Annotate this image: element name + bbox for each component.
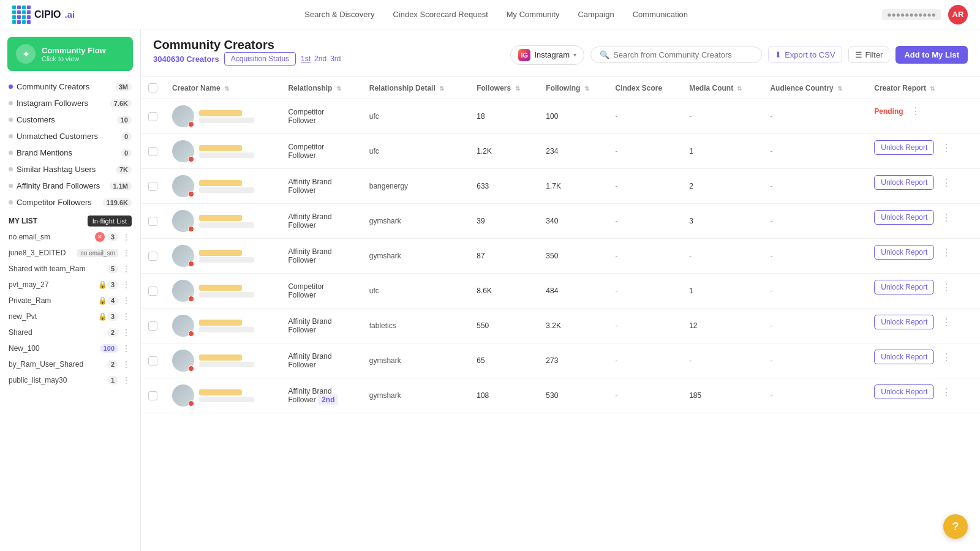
- row-checkbox[interactable]: [148, 321, 157, 331]
- unlock-report-button[interactable]: Unlock Report: [874, 315, 934, 329]
- unlock-report-button[interactable]: Unlock Report: [874, 140, 934, 155]
- sidebar-item-competitor-followers[interactable]: Competitor Followers 119.6K: [0, 194, 140, 211]
- list-item[interactable]: public_list_may30 1 ⋮: [0, 372, 140, 388]
- platform-label: Instagram: [534, 50, 570, 59]
- list-item[interactable]: no email_sm ✕ 3 ⋮: [0, 229, 140, 245]
- sidebar-item-customers[interactable]: Customers 10: [0, 111, 140, 128]
- row-checkbox[interactable]: [148, 217, 157, 226]
- list-item[interactable]: by_Ram_User_Shared 2 ⋮: [0, 356, 140, 372]
- sort-icon[interactable]: ⇅: [584, 85, 589, 92]
- avatar[interactable]: AR: [948, 5, 968, 24]
- list-item[interactable]: Private_Ram 🔒 4 ⋮: [0, 293, 140, 309]
- list-item-menu[interactable]: ⋮: [121, 232, 132, 242]
- table-row: CompetitorFollowerufc8.6K484-1- Unlock R…: [141, 274, 980, 309]
- sidebar-item-brand-mentions[interactable]: Brand Mentions 0: [0, 144, 140, 161]
- help-button[interactable]: ?: [943, 514, 968, 539]
- acquisition-status-button[interactable]: Acquisition Status: [224, 52, 296, 66]
- x-badge[interactable]: ✕: [95, 232, 105, 242]
- export-csv-button[interactable]: ⬇ Export to CSV: [768, 47, 842, 63]
- sidebar-item-hashtag-users[interactable]: Similar Hashtag Users 7K: [0, 161, 140, 178]
- row-menu[interactable]: ⋮: [939, 317, 954, 328]
- list-item[interactable]: pvt_may_27 🔒 3 ⋮: [0, 277, 140, 293]
- list-item-menu[interactable]: ⋮: [121, 312, 132, 321]
- unlock-report-button[interactable]: Unlock Report: [874, 175, 934, 190]
- list-item[interactable]: Shared 2 ⋮: [0, 324, 140, 340]
- sort-icon[interactable]: ⇅: [930, 85, 935, 92]
- creator-handle-blurred: [199, 292, 254, 298]
- list-item[interactable]: new_Pvt 🔒 3 ⋮: [0, 309, 140, 324]
- table-row: Affinity BrandFollower 2ndgymshark108530…: [141, 378, 980, 413]
- search-input[interactable]: [613, 50, 753, 59]
- list-item[interactable]: New_100 100 ⋮: [0, 340, 140, 356]
- sort-icon[interactable]: ⇅: [737, 85, 742, 92]
- sidebar-item-instagram-followers[interactable]: Instagram Followers 7.6K: [0, 95, 140, 111]
- row-checkbox[interactable]: [148, 112, 157, 121]
- unlock-report-button[interactable]: Unlock Report: [874, 280, 934, 294]
- row-checkbox[interactable]: [148, 252, 157, 261]
- sidebar-item-unmatched-customers[interactable]: Unmatched Customers 0: [0, 128, 140, 144]
- degree-2nd[interactable]: 2nd: [314, 54, 326, 63]
- sidebar-label: Similar Hashtag Users: [17, 165, 96, 174]
- degree-3rd[interactable]: 3rd: [330, 54, 341, 63]
- list-item-menu[interactable]: ⋮: [121, 296, 132, 305]
- nav-communication[interactable]: Communication: [633, 10, 688, 19]
- row-menu[interactable]: ⋮: [939, 142, 954, 154]
- row-menu[interactable]: ⋮: [908, 105, 923, 117]
- community-flow-card[interactable]: ✦ Community Flow Click to view: [7, 37, 133, 71]
- add-to-list-button[interactable]: Add to My List: [895, 46, 968, 64]
- sidebar: ✦ Community Flow Click to view Community…: [0, 29, 141, 551]
- list-item-menu[interactable]: ⋮: [121, 375, 132, 385]
- select-all-checkbox[interactable]: [148, 83, 157, 92]
- creator-info: [199, 389, 254, 402]
- unlock-report-button[interactable]: Unlock Report: [874, 210, 934, 225]
- detail-cell: ufc: [362, 274, 469, 309]
- sidebar-item-affinity-followers[interactable]: Affinity Brand Followers 1.1M: [0, 178, 140, 194]
- sort-icon[interactable]: ⇅: [336, 85, 341, 92]
- nav-campaign[interactable]: Campaign: [578, 10, 614, 19]
- list-item-menu[interactable]: ⋮: [121, 328, 132, 337]
- list-item-menu[interactable]: ⋮: [121, 343, 132, 353]
- unlock-report-button[interactable]: Unlock Report: [874, 245, 934, 260]
- nav-cindex[interactable]: Cindex Scorecard Request: [393, 10, 488, 19]
- row-menu[interactable]: ⋮: [939, 386, 954, 398]
- avatar-wrap: [172, 140, 194, 162]
- list-item-menu[interactable]: ⋮: [121, 248, 132, 258]
- unlock-report-button[interactable]: Unlock Report: [874, 350, 934, 364]
- creator-cell: [172, 384, 273, 407]
- creator-handle-blurred: [199, 397, 254, 402]
- row-menu[interactable]: ⋮: [939, 351, 954, 363]
- list-item-name: Shared with team_Ram: [9, 264, 107, 273]
- list-badge: 2: [107, 328, 118, 337]
- row-checkbox[interactable]: [148, 287, 157, 296]
- sidebar-item-community-creators[interactable]: Community Creators 3M: [0, 78, 140, 95]
- sort-icon[interactable]: ⇅: [515, 85, 520, 92]
- logo[interactable]: CIPIO.ai: [12, 6, 86, 24]
- list-item-name: New_100: [9, 344, 100, 353]
- community-flow-title: Community Flow: [42, 46, 106, 55]
- unlock-report-button[interactable]: Unlock Report: [874, 384, 934, 399]
- list-item-menu[interactable]: ⋮: [121, 264, 132, 274]
- sort-icon[interactable]: ⇅: [837, 85, 842, 92]
- avatar-wrap: [172, 384, 194, 407]
- nav-community[interactable]: My Community: [507, 10, 560, 19]
- row-checkbox[interactable]: [148, 356, 157, 365]
- row-checkbox[interactable]: [148, 147, 157, 156]
- degree-1st[interactable]: 1st: [301, 54, 311, 63]
- list-item[interactable]: june8_3_EDITED no email_sm ⋮: [0, 245, 140, 261]
- row-menu[interactable]: ⋮: [939, 247, 954, 258]
- nav-search-discovery[interactable]: Search & Discovery: [304, 10, 374, 19]
- row-checkbox[interactable]: [148, 391, 157, 400]
- instagram-icon: IG: [518, 49, 530, 61]
- list-item-menu[interactable]: ⋮: [121, 280, 132, 290]
- row-menu[interactable]: ⋮: [939, 177, 954, 189]
- row-menu[interactable]: ⋮: [939, 212, 954, 223]
- filter-button[interactable]: ☰ Filter: [848, 47, 890, 63]
- platform-dropdown[interactable]: IG Instagram ▾: [510, 45, 584, 65]
- creator-name-blurred: [199, 145, 242, 151]
- list-item[interactable]: Shared with team_Ram 5 ⋮: [0, 261, 140, 277]
- list-item-menu[interactable]: ⋮: [121, 359, 132, 369]
- sort-icon[interactable]: ⇅: [224, 85, 229, 92]
- row-menu[interactable]: ⋮: [939, 282, 954, 293]
- sort-icon[interactable]: ⇅: [439, 85, 444, 92]
- row-checkbox[interactable]: [148, 182, 157, 191]
